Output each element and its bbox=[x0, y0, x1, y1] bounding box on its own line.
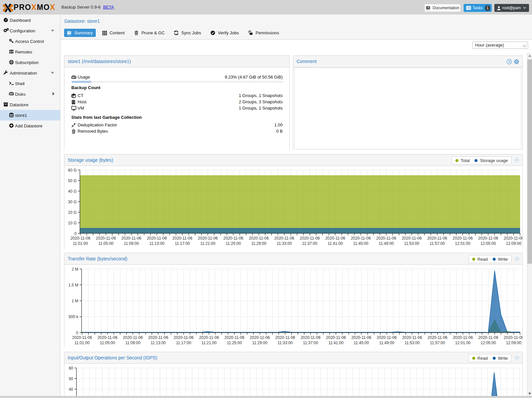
svg-text:11:49:00: 11:49:00 bbox=[379, 341, 394, 345]
svg-text:11:01:00: 11:01:00 bbox=[73, 241, 88, 246]
svg-text:2020-11-06: 2020-11-06 bbox=[97, 335, 118, 340]
svg-text:11:57:00: 11:57:00 bbox=[430, 341, 445, 345]
svg-text:500 k: 500 k bbox=[69, 315, 79, 319]
svg-text:60 G: 60 G bbox=[68, 168, 77, 173]
svg-text:2020-11-06: 2020-11-06 bbox=[96, 236, 116, 241]
svg-text:2020-11-06: 2020-11-06 bbox=[402, 335, 422, 340]
svg-text:11:41:00: 11:41:00 bbox=[328, 341, 343, 345]
svg-text:40 G: 40 G bbox=[68, 189, 77, 194]
svg-text:11:09:00: 11:09:00 bbox=[125, 341, 140, 345]
svg-text:11:05:00: 11:05:00 bbox=[100, 341, 115, 345]
svg-text:60: 60 bbox=[69, 366, 73, 371]
svg-text:2020-11-06: 2020-11-06 bbox=[249, 236, 269, 241]
svg-text:2020-11-06: 2020-11-06 bbox=[351, 236, 371, 241]
svg-text:2020-11-06: 2020-11-06 bbox=[504, 335, 522, 340]
svg-text:2020-11-06: 2020-11-06 bbox=[274, 236, 295, 241]
svg-text:2 M: 2 M bbox=[72, 267, 78, 272]
svg-text:2020-11-06: 2020-11-06 bbox=[453, 335, 473, 340]
svg-text:11:53:00: 11:53:00 bbox=[404, 241, 419, 246]
svg-text:11:17:00: 11:17:00 bbox=[175, 241, 190, 246]
svg-text:11:57:00: 11:57:00 bbox=[430, 241, 445, 246]
svg-text:2020-11-06: 2020-11-06 bbox=[376, 236, 396, 241]
svg-text:12:09:00: 12:09:00 bbox=[506, 241, 521, 246]
svg-text:2020-11-06: 2020-11-06 bbox=[122, 236, 142, 241]
svg-text:2020-11-06: 2020-11-06 bbox=[325, 236, 345, 241]
svg-text:12:09:00: 12:09:00 bbox=[506, 341, 521, 345]
svg-text:11:41:00: 11:41:00 bbox=[328, 241, 343, 246]
svg-text:2020-11-06: 2020-11-06 bbox=[123, 335, 143, 340]
svg-text:11:45:00: 11:45:00 bbox=[354, 341, 369, 345]
svg-text:11:29:00: 11:29:00 bbox=[252, 341, 267, 345]
svg-text:2020-11-06: 2020-11-06 bbox=[351, 335, 372, 340]
svg-text:2020-11-06: 2020-11-06 bbox=[300, 236, 320, 241]
svg-text:11:45:00: 11:45:00 bbox=[353, 241, 368, 246]
svg-text:11:13:00: 11:13:00 bbox=[149, 241, 164, 246]
svg-text:11:01:00: 11:01:00 bbox=[75, 341, 90, 345]
svg-text:2020-11-06: 2020-11-06 bbox=[402, 236, 422, 241]
svg-text:11:25:00: 11:25:00 bbox=[226, 241, 241, 246]
svg-text:2020-11-06: 2020-11-06 bbox=[148, 335, 168, 340]
svg-text:11:37:00: 11:37:00 bbox=[303, 341, 318, 345]
svg-text:12:01:00: 12:01:00 bbox=[455, 341, 471, 345]
svg-text:11:33:00: 11:33:00 bbox=[277, 241, 292, 246]
svg-text:2020-11-06: 2020-11-06 bbox=[428, 335, 448, 340]
svg-text:2020-11-06: 2020-11-06 bbox=[147, 236, 167, 241]
svg-text:0: 0 bbox=[76, 331, 78, 335]
svg-text:2020-11-06: 2020-11-06 bbox=[301, 335, 321, 340]
svg-text:2020-11-06: 2020-11-06 bbox=[478, 236, 498, 241]
svg-text:2020-11-06: 2020-11-06 bbox=[72, 335, 92, 340]
svg-text:1.5 M: 1.5 M bbox=[68, 283, 78, 287]
svg-text:11:29:00: 11:29:00 bbox=[251, 241, 266, 246]
svg-text:30 G: 30 G bbox=[68, 200, 77, 204]
svg-text:12:05:00: 12:05:00 bbox=[480, 241, 496, 246]
svg-text:10 G: 10 G bbox=[68, 221, 77, 225]
svg-text:2020-11-06: 2020-11-06 bbox=[478, 335, 498, 340]
svg-text:50 G: 50 G bbox=[68, 179, 77, 183]
svg-text:2020-11-06: 2020-11-06 bbox=[223, 236, 243, 241]
svg-text:2020-11-06: 2020-11-06 bbox=[504, 236, 522, 241]
svg-text:11:13:00: 11:13:00 bbox=[151, 341, 166, 345]
svg-text:2020-11-06: 2020-11-06 bbox=[275, 335, 295, 340]
svg-text:11:49:00: 11:49:00 bbox=[379, 241, 394, 246]
svg-text:20 G: 20 G bbox=[68, 210, 77, 215]
svg-text:2020-11-06: 2020-11-06 bbox=[70, 236, 90, 241]
svg-text:2020-11-06: 2020-11-06 bbox=[250, 335, 270, 340]
svg-text:12:05:00: 12:05:00 bbox=[480, 341, 496, 345]
svg-text:2020-11-06: 2020-11-06 bbox=[174, 335, 194, 340]
svg-text:11:17:00: 11:17:00 bbox=[176, 341, 191, 345]
svg-text:2020-11-06: 2020-11-06 bbox=[326, 335, 346, 340]
svg-text:2020-11-06: 2020-11-06 bbox=[172, 236, 193, 241]
svg-text:12:01:00: 12:01:00 bbox=[455, 241, 471, 246]
svg-text:2020-11-06: 2020-11-06 bbox=[427, 236, 447, 241]
svg-text:40: 40 bbox=[69, 387, 73, 392]
svg-text:2020-11-06: 2020-11-06 bbox=[377, 335, 397, 340]
svg-text:2020-11-06: 2020-11-06 bbox=[198, 236, 218, 241]
svg-text:2020-11-06: 2020-11-06 bbox=[199, 335, 219, 340]
svg-text:1 M: 1 M bbox=[72, 299, 78, 303]
svg-text:11:05:00: 11:05:00 bbox=[98, 241, 114, 246]
svg-text:11:33:00: 11:33:00 bbox=[278, 341, 293, 345]
svg-text:11:21:00: 11:21:00 bbox=[201, 341, 217, 345]
svg-text:11:25:00: 11:25:00 bbox=[227, 341, 242, 345]
svg-text:11:37:00: 11:37:00 bbox=[302, 241, 317, 246]
svg-text:2020-11-06: 2020-11-06 bbox=[453, 236, 473, 241]
svg-text:50: 50 bbox=[69, 377, 73, 381]
svg-text:11:09:00: 11:09:00 bbox=[124, 241, 139, 246]
svg-text:0: 0 bbox=[74, 231, 77, 236]
svg-text:2020-11-06: 2020-11-06 bbox=[225, 335, 245, 340]
svg-text:11:21:00: 11:21:00 bbox=[200, 241, 215, 246]
svg-text:11:53:00: 11:53:00 bbox=[405, 341, 420, 345]
